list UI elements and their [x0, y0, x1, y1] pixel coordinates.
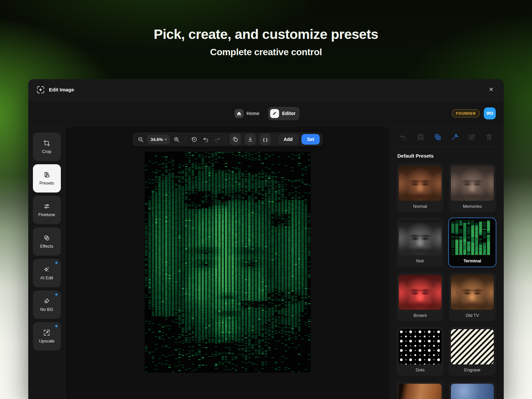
zoom-level-value: 34.6% — [151, 137, 163, 142]
nav-tabs: Home Editor — [232, 107, 299, 120]
presets-toolbar — [397, 133, 496, 147]
magic-wand-button[interactable] — [451, 133, 459, 141]
chevron-down-icon: ▾ — [165, 138, 167, 141]
panel-divider — [397, 147, 496, 147]
delete-preset-button[interactable] — [485, 133, 493, 141]
presets-heading: Default Presets — [397, 153, 495, 159]
sparkle-frame-icon — [36, 85, 45, 94]
tab-home[interactable]: Home — [232, 107, 263, 120]
tool-label: AI Edit — [40, 275, 53, 280]
history-button[interactable] — [189, 134, 200, 145]
tools-sidebar: Crop Presets Finetune Effects AI Edit — [28, 127, 66, 399]
preset-thumbnail — [451, 166, 494, 201]
tab-editor[interactable]: Editor — [268, 107, 299, 120]
close-button[interactable]: ✕ — [486, 85, 496, 94]
preset-thumbnail — [451, 275, 494, 310]
download-button[interactable] — [245, 134, 256, 145]
no-bg-eraser-icon — [43, 298, 50, 305]
ai-badge-icon — [54, 324, 59, 328]
preset-card-partial[interactable] — [397, 382, 444, 399]
preset-thumbnail — [451, 220, 494, 255]
nav-right: FOUNDER WO — [452, 107, 496, 119]
preset-label: Normal — [399, 201, 442, 212]
edit-image-window: Edit Image ✕ Home Editor FOUNDER WO — [28, 79, 504, 399]
preset-label: Memories — [451, 201, 494, 212]
window-header: Edit Image ✕ — [28, 79, 504, 100]
preset-label: Engrave — [451, 364, 494, 376]
canvas-toolbar: 34.6% ▾ — [132, 132, 323, 146]
editor-label: Editor — [282, 111, 295, 116]
zoom-level-select[interactable]: 34.6% ▾ — [147, 135, 170, 144]
zoom-out-button[interactable] — [135, 134, 146, 145]
redo-button[interactable] — [212, 134, 223, 145]
preset-old-tv[interactable]: Old TV — [449, 273, 496, 321]
ai-badge-icon — [54, 292, 59, 297]
edit-preset-button[interactable] — [468, 133, 476, 141]
save-icon — [417, 133, 424, 141]
finetune-icon — [43, 203, 50, 210]
duplicate-button[interactable] — [230, 134, 241, 145]
tool-ai-edit[interactable]: AI Edit — [33, 259, 61, 287]
preset-thumbnail — [451, 329, 494, 364]
avatar[interactable]: WO — [484, 107, 496, 119]
upscale-icon — [43, 329, 50, 336]
preset-thumbnail — [451, 384, 494, 399]
tool-crop[interactable]: Crop — [33, 133, 61, 161]
preset-thumbnail — [399, 220, 442, 255]
code-braces-button[interactable]: { } — [260, 134, 271, 145]
duplicate-preset-button[interactable] — [434, 133, 442, 141]
canvas-wrap — [145, 152, 311, 373]
preset-dots[interactable]: Dots — [397, 327, 444, 376]
tool-label: Presets — [39, 181, 54, 186]
toolbar-divider — [226, 136, 226, 143]
set-button[interactable]: Set — [301, 134, 320, 145]
preset-card-partial[interactable] — [449, 382, 496, 399]
preset-label: Browni — [399, 310, 442, 321]
founder-badge: FOUNDER — [452, 109, 480, 117]
pencil-icon — [270, 109, 279, 118]
ai-edit-icon — [43, 266, 50, 273]
toolbar-divider — [185, 136, 186, 143]
editor-content: Crop Presets Finetune Effects AI Edit — [28, 126, 504, 399]
revert-button[interactable] — [399, 133, 407, 141]
undo-button[interactable] — [200, 134, 211, 145]
zoom-in-button[interactable] — [171, 134, 182, 145]
tool-finetune[interactable]: Finetune — [33, 196, 61, 224]
save-preset-button[interactable] — [417, 133, 425, 141]
preset-noir[interactable]: Noir — [397, 218, 444, 267]
tool-label: Finetune — [38, 212, 55, 217]
tool-presets[interactable]: Presets — [33, 164, 61, 193]
copy-plus-icon — [434, 133, 441, 141]
add-button[interactable]: Add — [278, 134, 298, 145]
edited-image-canvas[interactable] — [145, 152, 311, 373]
tool-label: Upscale — [39, 338, 55, 343]
copy-icon — [232, 136, 238, 142]
trash-icon — [485, 133, 493, 141]
tool-effects[interactable]: Effects — [33, 227, 61, 256]
hero-title: Pick, create, and customize presets — [0, 27, 532, 42]
undo-icon — [400, 133, 407, 141]
hero-subtitle: Complete creative control — [0, 47, 532, 58]
preset-label: Dots — [399, 364, 442, 376]
tool-label: Effects — [40, 244, 54, 249]
home-icon — [234, 109, 243, 118]
preset-terminal[interactable]: Terminal — [449, 218, 496, 267]
presets-icon — [43, 171, 50, 178]
tool-label: Crop — [42, 149, 51, 154]
preset-thumbnail — [399, 275, 442, 310]
preset-browni[interactable]: Browni — [397, 273, 444, 321]
home-label: Home — [246, 111, 259, 116]
effects-icon — [43, 234, 50, 241]
window-title: Edit Image — [49, 87, 74, 92]
preset-label: Terminal — [451, 255, 494, 267]
preset-normal[interactable]: Normal — [397, 164, 444, 212]
preset-memories[interactable]: Memories — [449, 164, 496, 212]
tool-no-bg[interactable]: No BG — [33, 291, 61, 319]
edit-icon — [468, 133, 475, 141]
tool-label: No BG — [40, 307, 53, 312]
tool-upscale[interactable]: Upscale — [33, 322, 61, 350]
canvas-area: 34.6% ▾ — [66, 127, 390, 399]
preset-engrave[interactable]: Engrave — [449, 327, 496, 376]
preset-thumbnail — [399, 384, 442, 399]
preset-grid: Normal Memories Noir Terminal — [397, 164, 496, 399]
